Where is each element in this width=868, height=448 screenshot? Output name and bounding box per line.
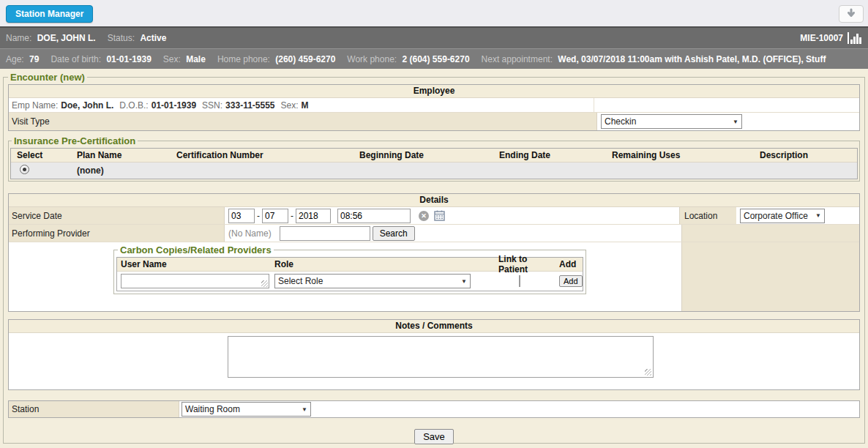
station-manager-button[interactable]: Station Manager <box>6 5 93 23</box>
app-top-bar: Station Manager <box>0 0 868 26</box>
service-day-input[interactable] <box>262 209 288 223</box>
carbon-copies-table: User Name Role Link to Patient Add <box>116 257 583 291</box>
emp-dob-value: 01-01-1939 <box>151 100 196 111</box>
user-name-input[interactable] <box>121 274 269 288</box>
col-description: Description <box>754 150 857 160</box>
work-phone-value: 2 (604) 559-6270 <box>403 54 470 64</box>
location-select[interactable]: Corporate Office ▼ <box>740 209 825 223</box>
location-label: Location <box>684 211 717 221</box>
encounter-legend: Encounter (new) <box>8 72 87 83</box>
visit-type-selected: Checkin <box>605 116 636 127</box>
link-to-patient-checkbox[interactable] <box>519 275 520 287</box>
name-label: Name: <box>6 33 31 43</box>
chevron-down-icon: ▼ <box>815 212 821 219</box>
calendar-icon[interactable] <box>434 210 445 221</box>
date-separator2: - <box>291 211 293 221</box>
dob-label: Date of birth: <box>50 54 101 64</box>
dob-value: 01-01-1939 <box>106 54 151 64</box>
patient-status: Active <box>140 33 166 43</box>
save-button[interactable]: Save <box>414 429 454 444</box>
notes-body <box>9 333 859 389</box>
bar-chart-icon[interactable] <box>848 32 862 44</box>
provider-search-button[interactable]: Search <box>373 226 415 241</box>
home-phone-value: (260) 459-6270 <box>275 54 335 64</box>
station-select[interactable]: Waiting Room ▼ <box>182 402 311 417</box>
next-appointment-label: Next appointment: <box>482 54 553 64</box>
patient-name: DOE, JOHN L. <box>37 33 96 43</box>
sex-value: Male <box>186 54 206 64</box>
download-button[interactable] <box>839 5 864 23</box>
station-label: Station <box>12 404 39 414</box>
age-label: Age: <box>6 54 24 64</box>
save-row: Save <box>7 429 861 444</box>
col-link-to-patient: Link to Patient <box>495 254 558 275</box>
insurance-plan-none: (none) <box>71 165 171 176</box>
employee-table: Employee Emp Name: Doe, John L. D.O.B.: … <box>8 84 860 131</box>
service-year-input[interactable] <box>296 209 331 223</box>
insurance-table: Select Plan Name Certification Number Be… <box>10 148 858 179</box>
details-table: Details Service Date - - ✕ <box>8 193 860 312</box>
carbon-copies-legend: Carbon Copies/Related Providers <box>118 244 274 255</box>
notes-table: Notes / Comments <box>8 319 860 390</box>
col-remaining-uses: Remaining Uses <box>606 150 754 160</box>
add-provider-button[interactable]: Add <box>559 275 583 287</box>
next-appointment-value: Wed, 03/07/2018 11:00am with Ashish Pate… <box>558 54 826 64</box>
details-header: Details <box>9 194 859 207</box>
col-role: Role <box>273 259 495 269</box>
chevron-down-icon: ▼ <box>302 406 307 413</box>
station-selected: Waiting Room <box>185 404 240 414</box>
insurance-row: (none) <box>11 163 857 179</box>
age-value: 79 <box>29 54 39 64</box>
station-table: Station Waiting Room ▼ <box>8 400 860 418</box>
emp-name-value: Doe, John L. <box>61 100 113 111</box>
role-selected: Select Role <box>278 276 323 286</box>
carbon-copies-area: Carbon Copies/Related Providers User Nam… <box>9 242 681 311</box>
col-user-name: User Name <box>117 259 273 269</box>
clear-date-icon[interactable]: ✕ <box>419 211 429 221</box>
col-ending-date: Ending Date <box>493 150 606 160</box>
main-content: Encounter (new) Employee Emp Name: Doe, … <box>0 69 868 448</box>
home-phone-label: Home phone: <box>217 54 270 64</box>
col-plan-name: Plan Name <box>71 150 171 160</box>
employee-info-side-cell <box>594 98 859 112</box>
patient-summary-bar: Name: DOE, JOHN L. Status: Active MIE-10… <box>0 26 868 48</box>
insurance-radio-cell <box>11 165 71 176</box>
visit-type-label: Visit Type <box>12 116 50 127</box>
details-right-fill-2 <box>681 242 859 311</box>
patient-id: MIE-10007 <box>800 33 843 43</box>
station-value-cell: Waiting Room ▼ <box>179 402 859 417</box>
provider-search-input[interactable] <box>280 226 370 241</box>
employee-info-cell: Emp Name: Doe, John L. D.O.B.: 01-01-193… <box>9 98 594 112</box>
insurance-none-radio[interactable] <box>20 165 29 174</box>
service-date-label: Service Date <box>12 211 62 221</box>
insurance-legend: Insurance Pre-Certification <box>12 135 138 146</box>
notes-header: Notes / Comments <box>9 320 859 333</box>
service-date-label-cell: Service Date <box>9 207 225 224</box>
col-add: Add <box>558 259 583 269</box>
encounter-section: Encounter (new) Employee Emp Name: Doe, … <box>3 72 865 444</box>
notes-textarea[interactable] <box>228 336 654 378</box>
service-time-input[interactable] <box>337 209 411 223</box>
emp-dob-label: D.O.B.: <box>119 100 148 111</box>
location-value-cell: Corporate Office ▼ <box>736 207 859 224</box>
visit-type-select[interactable]: Checkin ▼ <box>601 114 742 129</box>
employee-info-row: Emp Name: Doe, John L. D.O.B.: 01-01-193… <box>9 98 859 113</box>
location-selected: Corporate Office <box>744 211 808 221</box>
carbon-copies-row: Carbon Copies/Related Providers User Nam… <box>9 242 859 311</box>
role-select[interactable]: Select Role ▼ <box>274 274 471 288</box>
visit-type-value-cell: Checkin ▼ <box>597 114 859 129</box>
emp-sex-label: Sex: <box>281 100 299 111</box>
station-label-cell: Station <box>9 401 179 417</box>
service-date-content: - - ✕ <box>225 207 679 224</box>
demographics-bar: Age: 79 Date of birth: 01-01-1939 Sex: M… <box>0 48 868 69</box>
provider-no-name: (No Name) <box>228 228 272 239</box>
employee-header: Employee <box>9 85 859 98</box>
carbon-copies-header-row: User Name Role Link to Patient Add <box>117 258 583 272</box>
work-phone-label: Work phone: <box>347 54 397 64</box>
performing-provider-label: Performing Provider <box>12 228 90 239</box>
service-month-input[interactable] <box>228 209 255 223</box>
insurance-header-row: Select Plan Name Certification Number Be… <box>11 149 857 163</box>
performing-provider-content: (No Name) Search <box>225 225 681 242</box>
service-date-row: Service Date - - ✕ <box>9 207 859 225</box>
emp-name-label: Emp Name: <box>12 100 58 111</box>
